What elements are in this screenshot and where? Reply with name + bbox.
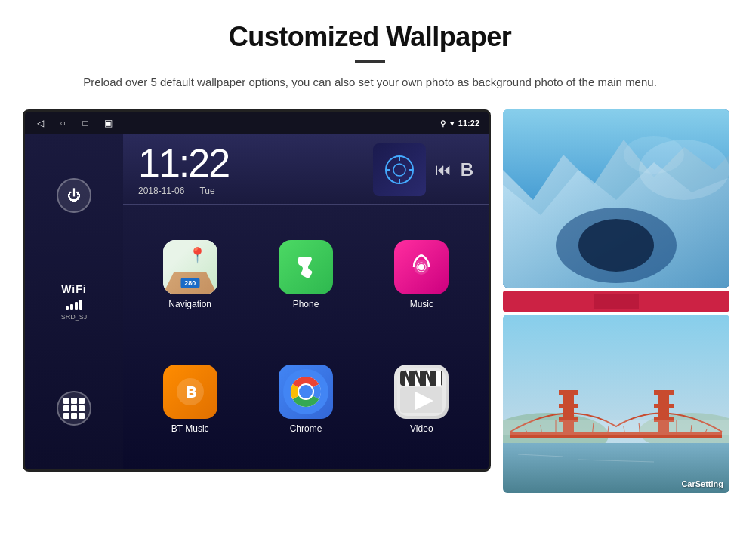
page-header: Customized Wallpaper Preload over 5 defa… bbox=[0, 0, 740, 103]
svg-point-31 bbox=[624, 136, 684, 174]
svg-point-1 bbox=[393, 164, 405, 176]
wifi-status-icon: ▾ bbox=[450, 119, 454, 128]
wifi-bar-2 bbox=[70, 304, 73, 310]
navigation-app-icon: 280 📍 bbox=[163, 240, 217, 294]
app-item-video[interactable]: Video bbox=[364, 337, 479, 463]
app-item-phone[interactable]: Phone bbox=[248, 212, 363, 337]
music-app-icon bbox=[394, 240, 449, 294]
wifi-bar-1 bbox=[66, 306, 69, 310]
svg-text:ʙ: ʙ bbox=[184, 380, 196, 402]
wifi-bars bbox=[61, 298, 88, 310]
power-button[interactable]: ⏻ bbox=[57, 178, 91, 213]
media-app-icon[interactable] bbox=[373, 143, 426, 196]
phone-app-label: Phone bbox=[293, 299, 319, 309]
btmusic-app-icon: ʙ bbox=[163, 365, 217, 419]
status-bar: ◁ ○ □ ▣ ⚲ ▾ 11:22 bbox=[25, 112, 489, 134]
chrome-app-icon bbox=[279, 365, 333, 419]
svg-point-8 bbox=[418, 264, 424, 270]
status-right: ⚲ ▾ 11:22 bbox=[440, 118, 479, 128]
app-icons-top: ⏮ B bbox=[373, 143, 473, 196]
content-area: ◁ ○ □ ▣ ⚲ ▾ 11:22 ⏻ WiFi bbox=[0, 103, 740, 493]
svg-rect-21 bbox=[436, 371, 441, 386]
status-time: 11:22 bbox=[458, 118, 479, 128]
back-nav-icon[interactable]: ◁ bbox=[34, 117, 46, 129]
video-app-label: Video bbox=[410, 423, 433, 434]
bluetooth-indicator: B bbox=[461, 159, 473, 180]
clock-area: 11:22 2018-11-06 Tue bbox=[123, 134, 489, 205]
clock-info: 11:22 2018-11-06 Tue bbox=[138, 143, 358, 196]
svg-rect-48 bbox=[654, 390, 674, 395]
apps-button[interactable] bbox=[57, 391, 91, 426]
wifi-bar-3 bbox=[75, 302, 78, 310]
title-divider bbox=[355, 60, 385, 63]
wallpaper-preview-bridge[interactable]: CarSetting bbox=[503, 315, 729, 493]
app-item-music[interactable]: Music bbox=[364, 212, 479, 337]
android-device: ◁ ○ □ ▣ ⚲ ▾ 11:22 ⏻ WiFi bbox=[23, 109, 491, 472]
svg-rect-45 bbox=[559, 404, 578, 408]
power-icon: ⏻ bbox=[67, 188, 81, 204]
status-left: ◁ ○ □ ▣ bbox=[34, 117, 114, 129]
app-item-navigation[interactable]: 280 📍 Navigation bbox=[132, 212, 248, 337]
wallpaper-previews: CarSetting bbox=[503, 109, 729, 493]
screenshot-nav-icon[interactable]: ▣ bbox=[102, 117, 114, 129]
page-title: Customized Wallpaper bbox=[45, 21, 695, 53]
svg-point-33 bbox=[578, 219, 654, 272]
chrome-app-label: Chrome bbox=[290, 423, 322, 434]
app-item-chrome[interactable]: Chrome bbox=[248, 337, 363, 463]
nav-pin-icon: 📍 bbox=[188, 246, 207, 264]
page-subtitle: Preload over 5 default wallpaper options… bbox=[76, 73, 664, 91]
app-item-btmusic[interactable]: ʙ BT Music bbox=[132, 337, 248, 463]
navigation-app-label: Navigation bbox=[168, 299, 211, 309]
phone-app-icon bbox=[279, 240, 333, 294]
apps-grid-icon bbox=[63, 398, 85, 419]
clock-date-value: 2018-11-06 bbox=[138, 186, 184, 196]
wifi-ssid: SRD_SJ bbox=[61, 313, 88, 321]
svg-point-15 bbox=[299, 385, 313, 398]
clock-time: 11:22 bbox=[138, 143, 358, 183]
wallpaper-preview-mid[interactable] bbox=[503, 291, 729, 312]
app-grid: 280 📍 Navigation Phone bbox=[123, 205, 489, 469]
skip-back-button[interactable]: ⏮ bbox=[435, 160, 452, 180]
recent-nav-icon[interactable]: □ bbox=[79, 117, 91, 129]
left-sidebar: ⏻ WiFi SRD_SJ bbox=[25, 134, 123, 469]
highway-badge: 280 bbox=[180, 278, 199, 288]
video-app-icon bbox=[394, 365, 449, 419]
svg-rect-49 bbox=[654, 404, 674, 408]
btmusic-app-label: BT Music bbox=[171, 423, 209, 434]
svg-rect-44 bbox=[559, 390, 578, 395]
svg-rect-35 bbox=[594, 294, 639, 309]
wallpaper-preview-ice[interactable] bbox=[503, 109, 729, 288]
center-content: 11:22 2018-11-06 Tue bbox=[123, 134, 489, 469]
location-icon: ⚲ bbox=[440, 119, 446, 128]
carsetting-label: CarSetting bbox=[681, 479, 723, 488]
wifi-widget: WiFi SRD_SJ bbox=[61, 283, 88, 321]
svg-rect-61 bbox=[503, 420, 729, 435]
music-app-label: Music bbox=[410, 299, 433, 309]
home-nav-icon[interactable]: ○ bbox=[57, 117, 69, 129]
wifi-bar-4 bbox=[79, 300, 82, 310]
clock-day-value: Tue bbox=[199, 186, 214, 196]
clock-date: 2018-11-06 Tue bbox=[138, 186, 358, 196]
android-main: ⏻ WiFi SRD_SJ bbox=[25, 134, 489, 469]
wifi-label: WiFi bbox=[61, 283, 88, 295]
